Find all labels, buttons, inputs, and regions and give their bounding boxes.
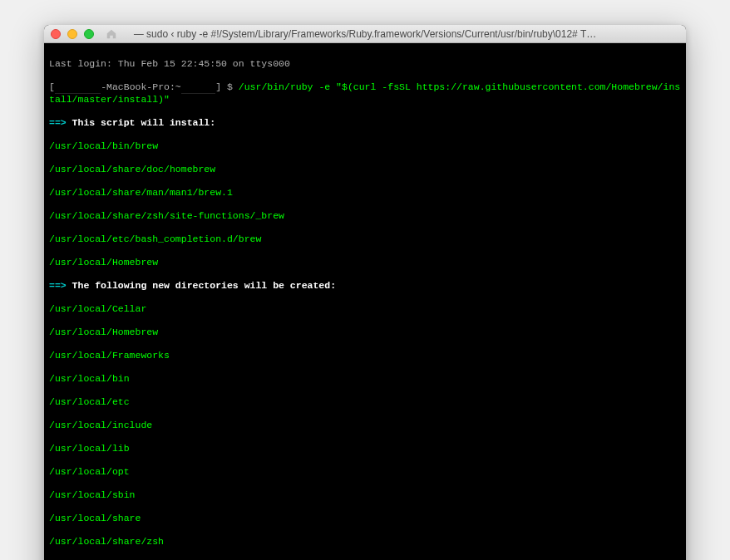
last-login-line: Last login: Thu Feb 15 22:45:50 on ttys0…	[49, 58, 681, 70]
newdir-path: /usr/local/include	[49, 420, 681, 431]
minimize-button[interactable]	[67, 29, 77, 39]
install-path: /usr/local/etc/bash_completion.d/brew	[49, 233, 681, 245]
install-path: /usr/local/Homebrew	[49, 257, 681, 268]
newdir-path: /usr/local/etc	[49, 396, 681, 408]
install-path: /usr/local/bin/brew	[49, 140, 681, 152]
zoom-button[interactable]	[84, 29, 94, 39]
newdir-path: /usr/local/Homebrew	[49, 327, 681, 338]
newdir-path: /usr/local/lib	[49, 443, 681, 454]
install-path: /usr/local/share/doc/homebrew	[49, 164, 681, 175]
newdir-path: /usr/local/share/zsh	[49, 536, 681, 548]
newdir-path: /usr/local/opt	[49, 466, 681, 478]
newdir-path: /usr/local/Frameworks	[49, 350, 681, 361]
newdir-path: /usr/local/bin	[49, 373, 681, 385]
install-path: /usr/local/share/man/man1/brew.1	[49, 187, 681, 199]
install-path: /usr/local/share/zsh/site-functions/_bre…	[49, 210, 681, 222]
terminal-output[interactable]: Last login: Thu Feb 15 22:45:50 on ttys0…	[44, 43, 686, 560]
newdir-path: /usr/local/sbin	[49, 489, 681, 501]
newdirs-header: ==> The following new directories will b…	[49, 280, 681, 292]
newdir-path: /usr/local/share	[49, 513, 681, 524]
close-button[interactable]	[51, 29, 61, 39]
traffic-lights	[51, 28, 117, 40]
install-header: ==> This script will install:	[49, 117, 681, 129]
window-title: — sudo ‹ ruby -e #!/System/Library/Frame…	[134, 28, 596, 40]
home-icon	[106, 28, 117, 40]
newdir-path: /usr/local/Cellar	[49, 303, 681, 315]
titlebar[interactable]: — sudo ‹ ruby -e #!/System/Library/Frame…	[44, 25, 686, 43]
shell-prompt-line: [████████-MacBook-Pro:~██████] $ /usr/bi…	[49, 81, 681, 106]
terminal-window: — sudo ‹ ruby -e #!/System/Library/Frame…	[44, 25, 686, 560]
